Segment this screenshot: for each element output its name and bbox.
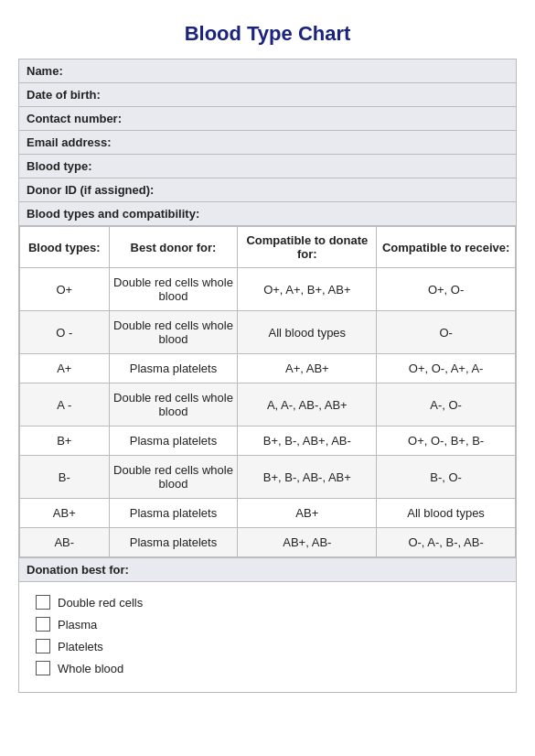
compat-cell-donate_for: AB+, AB-	[238, 528, 377, 557]
compat-row: AB-Plasma plateletsAB+, AB-O-, A-, B-, A…	[20, 528, 516, 557]
compat-cell-best_donor: Plasma platelets	[109, 528, 238, 557]
compat-table-row: Blood types:Best donor for:Compatible to…	[19, 226, 517, 558]
donation-item-label: Double red cells	[58, 596, 143, 610]
donation-section-header-row: Donation best for:	[19, 558, 517, 582]
compat-header-3: Compatible to receive:	[377, 227, 516, 268]
checkbox[interactable]	[36, 617, 50, 632]
compat-cell-donate_for: AB+	[238, 499, 377, 528]
donation-item: Double red cells	[36, 595, 499, 610]
compat-cell-donate_for: A+, AB+	[238, 354, 377, 383]
compat-cell-receive: B-, O-	[377, 456, 516, 499]
donation-item: Platelets	[36, 639, 499, 653]
compat-cell-blood_type: B+	[20, 427, 110, 456]
compat-cell-best_donor: Double red cells whole blood	[109, 383, 238, 427]
compat-row: A+Plasma plateletsA+, AB+O+, O-, A+, A-	[20, 354, 516, 383]
field-row: Date of birth:	[19, 83, 517, 107]
compat-cell-best_donor: Plasma platelets	[109, 354, 238, 383]
compat-cell-blood_type: A -	[20, 383, 110, 427]
compat-table: Blood types:Best donor for:Compatible to…	[19, 226, 516, 557]
compat-cell-receive: All blood types	[377, 499, 516, 528]
compat-row: B+Plasma plateletsB+, B-, AB+, AB-O+, O-…	[20, 427, 516, 456]
compat-cell-best_donor: Double red cells whole blood	[109, 311, 238, 354]
compat-cell-receive: O-	[377, 311, 516, 354]
compat-cell-receive: A-, O-	[377, 383, 516, 427]
field-label: Date of birth:	[19, 83, 517, 107]
field-row: Email address:	[19, 131, 517, 155]
donation-list-cell: Double red cells Plasma Platelets Whole …	[19, 582, 517, 693]
compat-row: O -Double red cells whole bloodAll blood…	[20, 311, 516, 354]
donation-list-row: Double red cells Plasma Platelets Whole …	[19, 582, 517, 693]
compat-cell-receive: O+, O-, A+, A-	[377, 354, 516, 383]
checkbox[interactable]	[36, 639, 50, 653]
compat-header-1: Best donor for:	[109, 227, 238, 268]
field-row: Blood type:	[19, 155, 517, 178]
compat-row: B-Double red cells whole bloodB+, B-, AB…	[20, 456, 516, 499]
donation-header: Donation best for:	[19, 558, 517, 582]
checkbox[interactable]	[36, 661, 50, 675]
field-label: Email address:	[19, 131, 517, 155]
compat-cell-donate_for: A, A-, AB-, AB+	[238, 383, 377, 427]
compat-cell-donate_for: B+, B-, AB+, AB-	[238, 427, 377, 456]
compat-row: AB+Plasma plateletsAB+All blood types	[20, 499, 516, 528]
field-label: Name:	[19, 59, 517, 83]
compat-section-label: Blood types and compatibility:	[19, 202, 517, 226]
donation-item-label: Whole blood	[58, 662, 123, 675]
compat-row: O+Double red cells whole bloodO+, A+, B+…	[20, 268, 516, 311]
compat-section-header-row: Blood types and compatibility:	[19, 202, 517, 226]
compat-cell-donate_for: O+, A+, B+, AB+	[238, 268, 377, 311]
compat-cell-donate_for: All blood types	[238, 311, 377, 354]
compat-header-2: Compatible to donate for:	[238, 227, 377, 268]
donation-item: Whole blood	[36, 661, 499, 675]
field-label: Donor ID (if assigned):	[19, 178, 517, 202]
compat-row: A -Double red cells whole bloodA, A-, AB…	[20, 383, 516, 427]
compat-cell-best_donor: Plasma platelets	[109, 499, 238, 528]
page-title: Blood Type Chart	[18, 22, 517, 46]
compat-cell-donate_for: B+, B-, AB-, AB+	[238, 456, 377, 499]
compat-cell-best_donor: Double red cells whole blood	[109, 268, 238, 311]
compat-cell-blood_type: AB+	[20, 499, 110, 528]
compat-cell-best_donor: Plasma platelets	[109, 427, 238, 456]
compat-cell-best_donor: Double red cells whole blood	[109, 456, 238, 499]
main-table: Name:Date of birth:Contact number:Email …	[18, 59, 517, 693]
donation-item-label: Plasma	[58, 618, 97, 632]
compat-cell-blood_type: O+	[20, 268, 110, 311]
checkbox[interactable]	[36, 595, 50, 610]
donation-item-label: Platelets	[58, 640, 103, 653]
compat-cell-blood_type: O -	[20, 311, 110, 354]
compat-cell-receive: O+, O-	[377, 268, 516, 311]
donation-list: Double red cells Plasma Platelets Whole …	[28, 588, 507, 686]
compat-header-0: Blood types:	[20, 227, 110, 268]
compat-cell-blood_type: AB-	[20, 528, 110, 557]
compat-cell-blood_type: B-	[20, 456, 110, 499]
compat-cell-blood_type: A+	[20, 354, 110, 383]
compat-cell-receive: O+, O-, B+, B-	[377, 427, 516, 456]
field-row: Name:	[19, 59, 517, 83]
field-label: Blood type:	[19, 155, 517, 178]
donation-item: Plasma	[36, 617, 499, 632]
compat-cell-receive: O-, A-, B-, AB-	[377, 528, 516, 557]
field-row: Donor ID (if assigned):	[19, 178, 517, 202]
field-row: Contact number:	[19, 107, 517, 131]
field-label: Contact number:	[19, 107, 517, 131]
